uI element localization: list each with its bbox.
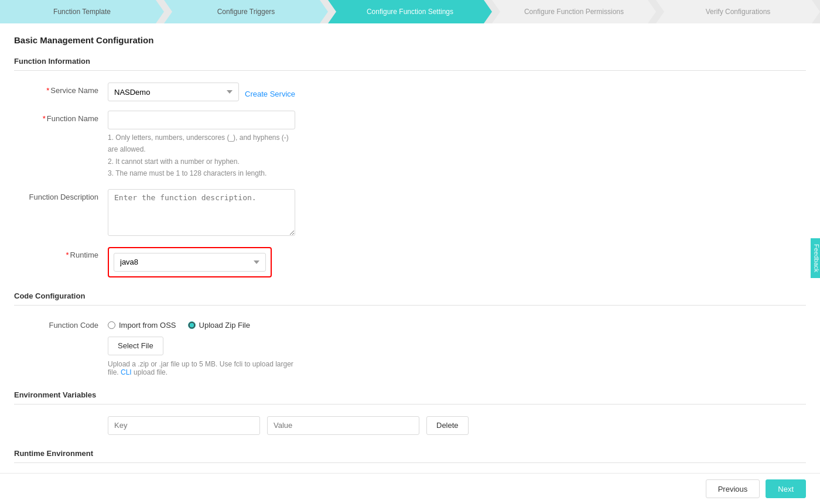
- bottom-bar: Previous Next: [0, 473, 820, 504]
- environment-variables-section: Environment Variables Delete: [14, 390, 806, 435]
- function-description-textarea[interactable]: [108, 189, 295, 236]
- env-value-input[interactable]: [267, 416, 419, 435]
- radio-group: Import from OSS Upload Zip File: [108, 317, 295, 330]
- page-title: Basic Management Configuration: [14, 35, 806, 45]
- feedback-tab[interactable]: Feedback: [811, 238, 820, 277]
- select-file-button[interactable]: Select File: [108, 337, 163, 355]
- upload-zip-option[interactable]: Upload Zip File: [188, 321, 250, 330]
- upload-zip-radio[interactable]: [188, 321, 196, 329]
- code-configuration-header: Code Configuration: [14, 292, 806, 306]
- main-content: Basic Management Configuration Function …: [0, 23, 820, 504]
- step-verify-configurations[interactable]: Verify Configurations: [656, 0, 820, 23]
- function-name-row: *Function Name Crawler 1. Only letters, …: [14, 111, 806, 180]
- function-information-section: Function Information *Service Name NASDe…: [14, 57, 806, 277]
- env-variable-row: Delete: [14, 416, 806, 435]
- code-configuration-section: Code Configuration Function Code Import …: [14, 292, 806, 376]
- cli-link[interactable]: CLI: [121, 368, 132, 376]
- function-code-control: Import from OSS Upload Zip File Select F…: [108, 317, 295, 376]
- step-configure-triggers[interactable]: Configure Triggers: [164, 0, 328, 23]
- service-name-row: *Service Name NASDemo Create Service: [14, 83, 806, 101]
- runtime-label: *Runtime: [14, 247, 108, 259]
- service-name-label: *Service Name: [14, 83, 108, 95]
- step-function-template[interactable]: Function Template: [0, 0, 164, 23]
- progress-bar: Function Template Configure Triggers Con…: [0, 0, 820, 23]
- environment-variables-header: Environment Variables: [14, 390, 806, 404]
- function-name-control: Crawler 1. Only letters, numbers, unders…: [108, 111, 295, 180]
- function-information-header: Function Information: [14, 57, 806, 71]
- select-file-wrapper: Select File: [108, 330, 295, 355]
- runtime-row: *Runtime java8: [14, 247, 806, 277]
- function-name-input[interactable]: Crawler: [108, 111, 295, 129]
- next-button[interactable]: Next: [766, 479, 806, 498]
- delete-button[interactable]: Delete: [426, 416, 469, 435]
- step-configure-function-permissions[interactable]: Configure Function Permissions: [492, 0, 656, 23]
- service-name-select[interactable]: NASDemo: [108, 83, 239, 101]
- create-service-link[interactable]: Create Service: [245, 86, 295, 98]
- required-star: *: [46, 86, 49, 95]
- upload-hint: Upload a .zip or .jar file up to 5 MB. U…: [108, 360, 295, 376]
- step-configure-function-settings[interactable]: Configure Function Settings: [328, 0, 492, 23]
- previous-button[interactable]: Previous: [706, 479, 760, 498]
- function-name-label: *Function Name: [14, 111, 108, 123]
- runtime-highlight: java8: [108, 247, 272, 277]
- function-code-label: Function Code: [14, 317, 108, 330]
- runtime-select[interactable]: java8: [114, 253, 266, 272]
- import-from-oss-radio[interactable]: [108, 321, 115, 329]
- function-code-row: Function Code Import from OSS Upload Zip…: [14, 317, 806, 376]
- runtime-environment-header: Runtime Environment: [14, 449, 806, 463]
- function-description-label: Function Description: [14, 189, 108, 201]
- function-name-hints: 1. Only letters, numbers, underscores (_…: [108, 132, 295, 180]
- runtime-control: java8: [108, 247, 295, 277]
- function-description-control: [108, 189, 295, 238]
- service-name-control: NASDemo Create Service: [108, 83, 295, 101]
- function-description-row: Function Description: [14, 189, 806, 238]
- import-from-oss-option[interactable]: Import from OSS: [108, 321, 176, 330]
- env-key-input[interactable]: [108, 416, 260, 435]
